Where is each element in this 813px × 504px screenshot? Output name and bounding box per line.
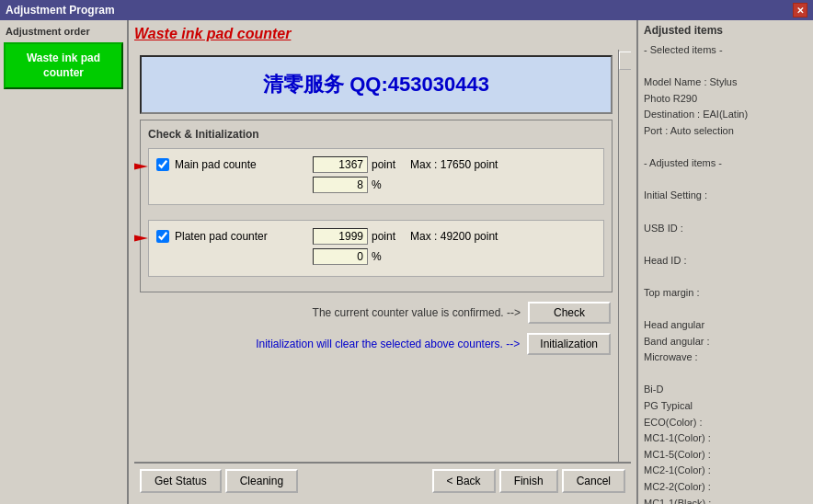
- right-panel-item: PG Typical: [644, 398, 807, 415]
- right-panel-item: [644, 236, 807, 253]
- right-panel-item: - Adjusted items -: [644, 155, 807, 172]
- right-panel-item: [644, 204, 807, 221]
- main-layout: Adjustment order Waste ink padcounter Wa…: [0, 20, 813, 504]
- back-button[interactable]: < Back: [432, 469, 496, 493]
- center-panel: Waste ink pad counter 清零服务 QQ:453030443 …: [129, 20, 638, 504]
- right-panel-item: Top margin :: [644, 285, 807, 302]
- main-pad-unit2: %: [372, 178, 382, 191]
- right-panel-item: USB ID :: [644, 221, 807, 237]
- right-panel-item: MC1-1(Black) :: [644, 496, 807, 504]
- scrollbar[interactable]: [618, 50, 631, 462]
- content-with-scroll: 清零服务 QQ:453030443 Check & Initialization: [134, 50, 631, 462]
- bottom-left-buttons: Get Status Cleaning: [140, 469, 298, 493]
- right-panel-item: Bi-D: [644, 382, 807, 398]
- right-panel-item: [644, 269, 807, 285]
- platen-pad-row1: Platen pad counter point Max : 49200 poi…: [156, 228, 596, 245]
- svg-marker-0: [134, 159, 148, 174]
- right-panel-item: Model Name : Stylus: [644, 74, 807, 91]
- right-panel-item: - Selected items -: [644, 42, 807, 59]
- confirm-text: The current counter value is confirmed. …: [142, 306, 521, 319]
- platen-pad-value2[interactable]: [313, 248, 368, 265]
- svg-marker-2: [134, 231, 148, 246]
- right-panel-item: Band angular :: [644, 334, 807, 350]
- finish-button[interactable]: Finish: [499, 469, 558, 493]
- close-button[interactable]: ✕: [793, 3, 807, 17]
- sidebar-title: Adjustment order: [4, 24, 123, 39]
- platen-pad-checkbox[interactable]: [156, 230, 169, 243]
- main-pad-section: Main pad counte point Max : 17650 point …: [148, 148, 604, 205]
- cleaning-button[interactable]: Cleaning: [225, 469, 298, 493]
- main-pad-checkbox[interactable]: [156, 158, 169, 171]
- cancel-button[interactable]: Cancel: [562, 469, 625, 493]
- init-text: Initialization will clear the selected a…: [142, 338, 520, 350]
- main-pad-row1: Main pad counte point Max : 17650 point: [156, 156, 596, 173]
- sidebar-item-waste-ink[interactable]: Waste ink padcounter: [4, 42, 123, 89]
- right-panel-item: MC2-1(Color) :: [644, 463, 807, 479]
- main-pad-value1[interactable]: [313, 156, 368, 173]
- right-panel-item: Microwave :: [644, 349, 807, 366]
- right-panel-item: Port : Auto selection: [644, 123, 807, 140]
- main-pad-unit1: point: [372, 158, 395, 171]
- platen-pad-unit1: point: [372, 230, 395, 243]
- bottom-bar: Get Status Cleaning < Back Finish Cancel: [134, 462, 631, 498]
- right-panel-item: Head ID :: [644, 253, 807, 269]
- get-status-button[interactable]: Get Status: [140, 469, 222, 493]
- platen-pad-section: Platen pad counter point Max : 49200 poi…: [148, 220, 604, 277]
- right-panel-title: Adjusted items: [644, 24, 807, 37]
- panel-title: Waste ink pad counter: [134, 26, 631, 42]
- main-pad-label: Main pad counte: [175, 158, 313, 171]
- platen-pad-max: Max : 49200 point: [410, 230, 498, 243]
- initialization-button[interactable]: Initialization: [527, 333, 611, 355]
- main-pad-value2[interactable]: [313, 177, 368, 193]
- right-panel-item: ECO(Color) :: [644, 415, 807, 431]
- sidebar: Adjustment order Waste ink padcounter: [0, 20, 129, 504]
- platen-pad-row2: %: [156, 248, 596, 265]
- check-initialization-group: Check & Initialization: [140, 120, 613, 292]
- group-title: Check & Initialization: [148, 128, 604, 141]
- platen-pad-label: Platen pad counter: [175, 230, 313, 243]
- main-pad-row2: %: [156, 177, 596, 193]
- right-panel-item: MC1-1(Color) :: [644, 430, 807, 447]
- right-items-list: - Selected items - Model Name : StylusPh…: [644, 42, 807, 504]
- right-panel-item: [644, 172, 807, 189]
- main-pad-max: Max : 17650 point: [410, 158, 498, 171]
- red-arrow-1: [134, 157, 148, 176]
- content-inner: 清零服务 QQ:453030443 Check & Initialization: [134, 50, 618, 462]
- right-panel-item: [644, 140, 807, 156]
- platen-pad-unit2: %: [372, 250, 382, 263]
- right-panel-item: MC2-2(Color) :: [644, 479, 807, 496]
- right-panel-item: [644, 366, 807, 383]
- check-action-row: The current counter value is confirmed. …: [134, 296, 618, 329]
- title-bar: Adjustment Program ✕: [0, 0, 813, 20]
- init-row: Initialization will clear the selected a…: [134, 329, 618, 362]
- right-panel-item: Initial Setting :: [644, 188, 807, 204]
- bottom-right-buttons: < Back Finish Cancel: [432, 469, 625, 493]
- right-panel: Adjusted items - Selected items - Model …: [638, 20, 813, 504]
- chinese-banner: 清零服务 QQ:453030443: [140, 55, 613, 114]
- window-title: Adjustment Program: [6, 4, 115, 17]
- right-panel-item: Destination : EAI(Latin): [644, 107, 807, 123]
- platen-pad-value1[interactable]: [313, 228, 368, 245]
- check-button[interactable]: Check: [528, 302, 611, 324]
- right-panel-item: MC1-5(Color) :: [644, 447, 807, 464]
- red-arrow-2: [134, 229, 148, 247]
- right-panel-item: Head angular: [644, 317, 807, 334]
- right-panel-item: [644, 59, 807, 75]
- right-panel-item: Photo R290: [644, 91, 807, 108]
- right-panel-item: [644, 302, 807, 318]
- scroll-thumb[interactable]: [619, 52, 631, 70]
